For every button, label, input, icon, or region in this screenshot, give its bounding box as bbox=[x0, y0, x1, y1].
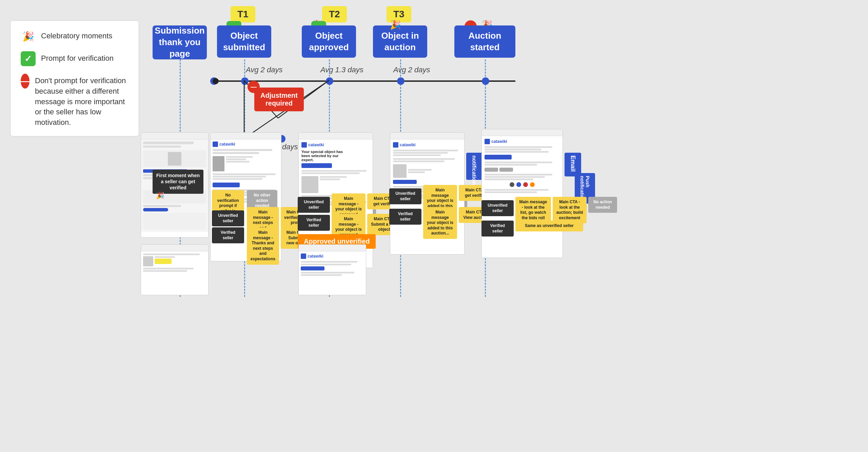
sticky-unverified-seller-1: Unverified seller bbox=[212, 210, 244, 226]
legend-celebratory: 🎉 Celebratory moments bbox=[21, 29, 129, 44]
dot-black bbox=[213, 78, 219, 84]
avg-2days-1: Avg 2 days bbox=[246, 65, 282, 74]
adjustment-no-entry: — bbox=[248, 81, 260, 93]
mockup-header-7 bbox=[141, 245, 208, 251]
legend-no-verification-label: Don't prompt for verification because ei… bbox=[35, 74, 129, 128]
sticky-unverified-seller-2: Unverified seller bbox=[298, 197, 330, 213]
t1-label: T1 bbox=[231, 6, 255, 22]
legend-celebratory-label: Celebratory moments bbox=[41, 29, 112, 41]
adjustment-container: — Adjustmentrequired bbox=[254, 88, 304, 111]
sticky-unverified-seller-3: Unverified seller bbox=[389, 188, 421, 204]
submission-thankyou-box: Submission thank you page bbox=[153, 25, 207, 59]
no-entry-icon: — bbox=[21, 74, 29, 89]
sticky-main-cta-auction-view: Main CTA - look at the auction; build ex… bbox=[553, 197, 587, 223]
mockup-approved-email-2: catawiki bbox=[298, 244, 366, 295]
party-icon: 🎉 bbox=[21, 29, 36, 44]
sticky-verified-seller-1: Verified seller bbox=[212, 227, 244, 243]
auction-started-box: Auction started bbox=[454, 25, 515, 58]
mockup-header-6 bbox=[299, 245, 366, 251]
sticky-unverified-seller-4: Unverified seller bbox=[481, 200, 514, 216]
mockup-auction-started-email: catawiki bbox=[481, 129, 563, 258]
sticky-first-moment: First moment when a seller can get verif… bbox=[153, 170, 203, 194]
check-icon: ✓ bbox=[21, 51, 36, 66]
sticky-verified-seller-2: Verified seller bbox=[298, 215, 330, 231]
legend-verification-label: Prompt for verification bbox=[41, 51, 114, 64]
sticky-no-action-4: No action needed bbox=[588, 197, 617, 213]
object-in-auction-box: Object in auction bbox=[373, 25, 427, 58]
legend-verification: ✓ Prompt for verification bbox=[21, 51, 129, 66]
sticky-main-message-auction-2: Main message your object is added to thi… bbox=[423, 207, 457, 239]
sticky-verified-seller-4: Verified seller bbox=[481, 221, 514, 237]
adjustment-label: Adjustmentrequired bbox=[254, 88, 304, 111]
dot-auction bbox=[482, 77, 489, 85]
legend-box: 🎉 Celebratory moments ✓ Prompt for verif… bbox=[10, 20, 139, 136]
mockup-header-3 bbox=[299, 133, 373, 139]
object-submitted-box: Object submitted bbox=[217, 25, 271, 58]
mockup-header-5 bbox=[482, 129, 563, 136]
mockup-header-4 bbox=[390, 133, 464, 139]
sticky-same-as-unverified: Same as unverified seller bbox=[515, 221, 583, 231]
dot-t3 bbox=[397, 77, 405, 85]
mockup-header-1 bbox=[141, 133, 208, 139]
mockup-submission-2 bbox=[141, 244, 209, 295]
avg-2days-2: Avg 2 days bbox=[393, 65, 430, 74]
avg-13days: Avg 1.3 days bbox=[320, 65, 363, 74]
party-icon-t3: 🎉 bbox=[390, 20, 401, 30]
dot-t1 bbox=[241, 77, 249, 85]
object-approved-box: Object approved bbox=[302, 25, 356, 58]
sticky-main-message-2: Main message - Thanks and next steps and… bbox=[247, 227, 279, 265]
mockup-header-2 bbox=[211, 133, 281, 139]
sticky-verified-seller-3: Verified seller bbox=[389, 209, 421, 225]
legend-no-verification: — Don't prompt for verification because … bbox=[21, 74, 129, 128]
t2-label: T2 bbox=[322, 6, 347, 22]
timeline-area: T1 T2 T3 Submission thank you page ✓ Obj… bbox=[142, 0, 868, 452]
dot-t2 bbox=[326, 77, 333, 85]
